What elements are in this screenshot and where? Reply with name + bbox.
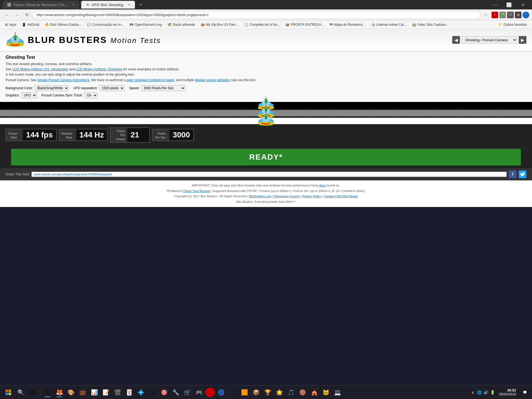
back-button[interactable]: ←: [3, 11, 11, 19]
link-aero[interactable]: Aero: [319, 184, 325, 187]
tab2-close[interactable]: ✕: [128, 3, 131, 7]
link-paper[interactable]: peer reviewed conference paper: [127, 78, 174, 82]
taskbar-tool[interactable]: 🔧: [170, 387, 181, 398]
tray-chevron[interactable]: ∧: [470, 390, 475, 395]
link-pursuit-instructions[interactable]: Simple Pursuit Camera Instructions: [37, 78, 89, 82]
taskbar-store[interactable]: 🛒: [182, 387, 193, 398]
link-contact[interactable]: Contact Chief Blur Buster: [324, 195, 358, 198]
bookmark-rasta[interactable]: 🌿 Rasta ahiverde: [165, 22, 197, 27]
bookmark-apps[interactable]: ⊞ Apps: [3, 22, 19, 27]
bookmark-airdroid[interactable]: 📱 AirDroid: [20, 22, 41, 27]
test-desc-line2: See LCD Motion Artifacts 101: Introducti…: [6, 67, 526, 72]
taskbar-office[interactable]: 💼: [77, 387, 88, 398]
ext-icon-3[interactable]: 🛡: [507, 12, 514, 18]
taskbar-sword[interactable]: ⚔: [147, 387, 158, 398]
bookmark-myvip[interactable]: 📦 My Vip Box US Parc...: [198, 22, 241, 27]
ext-icon-1[interactable]: !: [492, 12, 498, 18]
taskbar-firefox[interactable]: 🦊: [54, 387, 65, 398]
bookmark-outros[interactable]: 📁 Outros favoritos: [496, 22, 529, 27]
nav-dropdown[interactable]: Ghosting / Pursuit Camera Motion Blur Fr…: [462, 36, 517, 44]
link-display-review[interactable]: display review websites: [195, 78, 230, 82]
svg-point-51: [264, 123, 266, 125]
sync-select[interactable]: On Off: [85, 92, 98, 98]
taskbar-solitaire[interactable]: 🃏: [124, 387, 134, 398]
bookmark-ebit[interactable]: 🔥 Ebit Últimos Ganha...: [43, 22, 84, 27]
bookmark-conv[interactable]: 💬 Conversação em In...: [85, 22, 126, 27]
bookmark-complete[interactable]: 📋 Complete list of fre...: [242, 22, 282, 27]
taskbar-laptop[interactable]: 💻: [332, 387, 343, 398]
taskbar-box[interactable]: 📦: [251, 387, 261, 398]
taskbar-excel[interactable]: 📊: [89, 387, 99, 398]
link-lcd101[interactable]: LCD Motion Artifacts 101: Introduction: [12, 67, 68, 71]
tab-1[interactable]: 🖥 Tópico Oficial de Monitores | Pa... ✕: [3, 1, 79, 9]
taskbar-search[interactable]: 🔍: [16, 387, 26, 398]
ext-icon-2[interactable]: 🧩: [499, 12, 506, 18]
ufo-sep-select[interactable]: 1920 pixels 960 pixels 480 pixels: [99, 85, 124, 91]
taskbar-orange[interactable]: 🟧: [239, 387, 250, 398]
tray-network[interactable]: 🌐: [477, 390, 482, 395]
taskbar-red[interactable]: [205, 388, 215, 397]
pixels-per-sec-label: PixelsPer Sec: [153, 129, 169, 140]
address-input[interactable]: [33, 11, 480, 19]
ready-button[interactable]: READY*: [11, 149, 521, 165]
bookmark-ebit-label: Ebit Últimos Ganha...: [50, 23, 81, 27]
taskbar-paint[interactable]: 🎨: [66, 387, 76, 398]
link-overdrive[interactable]: LCD Motion Artifacts: Overdrive: [76, 67, 122, 71]
taskbar-word[interactable]: 📝: [101, 387, 111, 398]
bookmark-fatec[interactable]: 🏫 Fatec São Caetano...: [410, 22, 451, 27]
minimize-button[interactable]: —: [489, 0, 502, 9]
link-check-browser[interactable]: Check Your Browser: [183, 189, 210, 193]
tray-volume[interactable]: 🔊: [483, 390, 489, 395]
taskbar-spiral[interactable]: 🌀: [216, 387, 226, 398]
svg-point-8: [11, 44, 12, 45]
bookmark-star[interactable]: ☆: [482, 11, 490, 19]
refresh-button[interactable]: ↻: [23, 11, 31, 19]
twitter-share-button[interactable]: [519, 170, 526, 178]
taskbar-taskview[interactable]: ⧉: [27, 387, 38, 398]
link-privacy[interactable]: Privacy Policy: [302, 195, 321, 198]
bookmark-loterias[interactable]: 🎲 Loterias online Cai...: [369, 22, 409, 27]
facebook-share-button[interactable]: f: [509, 170, 516, 178]
bookmark-pronta[interactable]: 📦 PRONTA ENTREGA...: [283, 22, 326, 27]
notification-button[interactable]: 💬: [520, 386, 530, 398]
maximize-button[interactable]: ⬜: [503, 0, 515, 9]
speed-select[interactable]: 3000 Pixels Per Sec 1000 Pixels Per Sec …: [141, 85, 185, 91]
taskbar-files[interactable]: 🗂: [42, 387, 53, 398]
taskbar-brown[interactable]: 🟤: [297, 387, 308, 398]
taskbar-trophy[interactable]: 🏆: [262, 387, 273, 398]
new-tab-button[interactable]: +: [137, 1, 145, 9]
taskbar-steam[interactable]: 💠: [135, 387, 146, 398]
nav-next-button[interactable]: ▶: [519, 36, 526, 44]
taskbar-music[interactable]: ♪: [227, 387, 238, 398]
close-button[interactable]: ✕: [516, 0, 529, 9]
taskbar-spotify[interactable]: 🎵: [286, 387, 296, 398]
tray-battery[interactable]: 🔋: [490, 390, 495, 395]
link-discussion[interactable]: Discussion Forums: [274, 195, 300, 198]
tab1-close[interactable]: ✕: [72, 3, 75, 7]
graphics-control: Graphics: UFO Dot Text: [6, 92, 37, 98]
profile-icon[interactable]: 👤: [523, 12, 529, 18]
taskbar-circus[interactable]: 🎪: [309, 387, 319, 398]
bookmark-opengameart[interactable]: 🎮 OpenGameArt.org: [127, 22, 164, 27]
share-url[interactable]: www.testufo.com/ghosting#background=0000…: [32, 172, 507, 177]
taskbar-cat[interactable]: 🐱: [321, 387, 331, 398]
bg-color-select[interactable]: Black/Gray/White Black White Gray: [35, 85, 69, 91]
taskbar-separator-1: [40, 388, 40, 397]
bookmark-mapa[interactable]: 🗺 Mapa de Runeterra...: [327, 22, 367, 27]
taskbar-game2[interactable]: 🎮: [194, 387, 204, 398]
site-title: BLUR BUSTERS Motion Tests: [28, 35, 161, 45]
taskbar-media[interactable]: 🎬: [112, 387, 123, 398]
forward-button[interactable]: →: [13, 11, 21, 19]
nav-prev-button[interactable]: ◀: [452, 36, 460, 44]
graphics-select[interactable]: UFO Dot Text: [21, 92, 37, 98]
start-button[interactable]: [2, 386, 14, 398]
system-clock[interactable]: 06:53 05/04/2019: [497, 388, 518, 396]
nav-selector: ◀ Ghosting / Pursuit Camera Motion Blur …: [452, 36, 526, 44]
taskbar-target[interactable]: 🎯: [159, 387, 169, 398]
speed-label: Speed:: [129, 86, 139, 90]
tab-2[interactable]: 🛸 UFO Test: Ghosting ✕: [81, 1, 135, 9]
ext-icon-4[interactable]: ⊘: [515, 12, 521, 18]
test-panel: Ghosting Test This test reveals ghosting…: [0, 52, 532, 102]
link-blurbusters[interactable]: BlurBusters.com: [249, 195, 271, 198]
taskbar-star[interactable]: 🌟: [274, 387, 285, 398]
